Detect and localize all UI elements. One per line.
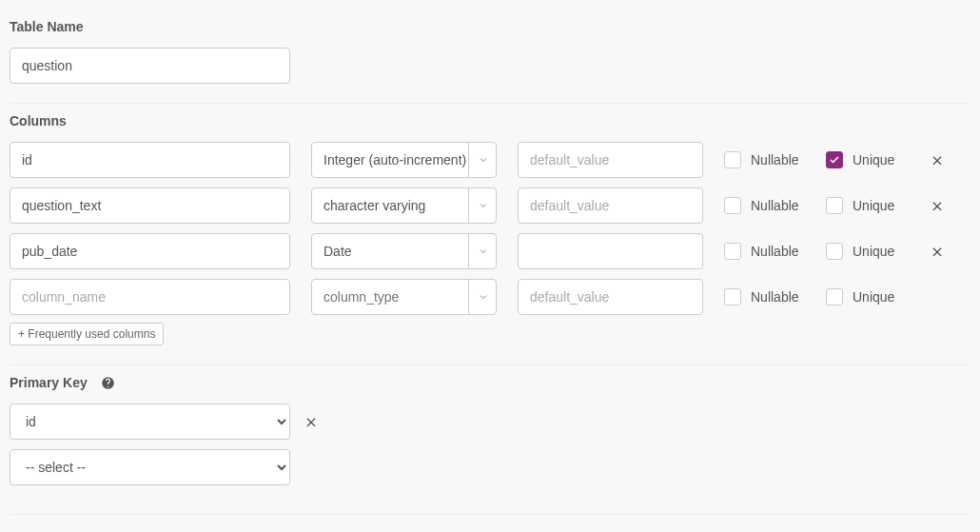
column-name-input[interactable] <box>10 142 290 178</box>
columns-section: Columns NullableUniqueNullableUniqueNull… <box>10 104 970 365</box>
unique-group: Unique <box>826 243 907 260</box>
close-icon[interactable] <box>928 245 947 258</box>
column-name-input[interactable] <box>10 279 290 315</box>
unique-label: Unique <box>853 244 894 259</box>
column-default-input[interactable] <box>518 233 703 269</box>
unique-checkbox[interactable] <box>826 243 843 260</box>
column-type-select[interactable] <box>311 142 497 178</box>
unique-label: Unique <box>853 198 894 213</box>
nullable-group: Nullable <box>724 197 805 214</box>
primary-key-row: id <box>10 404 970 440</box>
column-name-input[interactable] <box>10 233 290 269</box>
chevron-down-icon[interactable] <box>468 187 497 224</box>
column-type-select[interactable] <box>311 233 497 269</box>
unique-group: Unique <box>826 288 907 305</box>
nullable-group: Nullable <box>724 288 805 305</box>
unique-label: Unique <box>853 289 894 305</box>
chevron-down-icon[interactable] <box>468 279 497 315</box>
columns-label: Columns <box>10 113 970 128</box>
unique-checkbox[interactable] <box>826 197 843 214</box>
primary-key-select[interactable]: -- select -- <box>10 449 290 485</box>
primary-key-row: -- select -- <box>10 449 970 485</box>
column-row: NullableUnique <box>10 187 970 224</box>
nullable-checkbox[interactable] <box>724 288 741 305</box>
nullable-label: Nullable <box>751 244 799 259</box>
column-row: NullableUnique <box>10 142 970 178</box>
unique-label: Unique <box>853 152 894 167</box>
close-icon[interactable] <box>928 199 947 212</box>
table-name-section: Table Name <box>10 10 970 104</box>
nullable-group: Nullable <box>724 151 805 168</box>
column-type-select[interactable] <box>311 279 497 315</box>
column-name-input[interactable] <box>10 187 290 224</box>
column-row: NullableUnique <box>10 279 970 315</box>
nullable-label: Nullable <box>751 152 799 167</box>
frequently-used-columns-button[interactable]: + Frequently used columns <box>10 323 164 345</box>
close-icon[interactable] <box>928 153 947 167</box>
nullable-checkbox[interactable] <box>724 243 741 260</box>
columns-list: NullableUniqueNullableUniqueNullableUniq… <box>10 142 970 315</box>
column-default-input[interactable] <box>518 142 703 178</box>
column-default-input[interactable] <box>518 187 703 224</box>
primary-key-label: Primary Key <box>10 375 970 390</box>
primary-key-section: Primary Key id-- select -- <box>10 365 970 515</box>
close-icon[interactable] <box>302 415 321 428</box>
unique-group: Unique <box>826 197 907 214</box>
nullable-checkbox[interactable] <box>724 197 741 214</box>
unique-group: Unique <box>826 151 907 168</box>
unique-checkbox[interactable] <box>826 151 843 168</box>
chevron-down-icon[interactable] <box>468 233 497 269</box>
table-name-label: Table Name <box>10 19 970 34</box>
nullable-checkbox[interactable] <box>724 151 741 168</box>
nullable-label: Nullable <box>751 289 799 305</box>
chevron-down-icon[interactable] <box>468 142 497 178</box>
primary-key-select[interactable]: id <box>10 404 290 440</box>
column-row: NullableUnique <box>10 233 970 269</box>
column-type-select[interactable] <box>311 187 497 224</box>
primary-key-list: id-- select -- <box>10 404 970 485</box>
help-icon[interactable] <box>101 375 116 390</box>
column-default-input[interactable] <box>518 279 703 315</box>
unique-checkbox[interactable] <box>826 288 843 305</box>
primary-key-label-text: Primary Key <box>10 375 88 390</box>
nullable-label: Nullable <box>751 198 799 213</box>
table-name-input[interactable] <box>10 48 290 84</box>
nullable-group: Nullable <box>724 243 805 260</box>
